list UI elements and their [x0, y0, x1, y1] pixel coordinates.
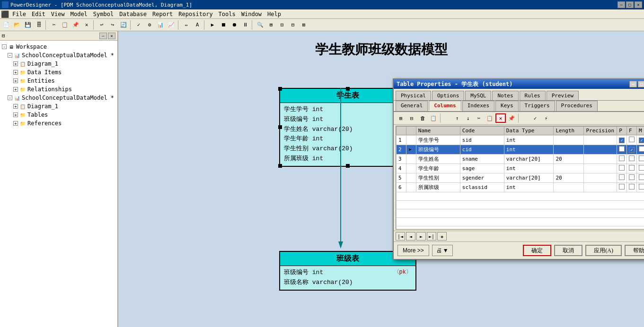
bold-btn[interactable]: A: [192, 20, 203, 30]
btn3[interactable]: 🔄: [118, 20, 129, 30]
expand-school1[interactable]: -: [8, 53, 12, 58]
tree-entities[interactable]: + 📁 Entities: [0, 77, 117, 85]
cancel-button[interactable]: 取消: [554, 245, 582, 256]
maximize-btn[interactable]: □: [626, 1, 634, 8]
btn11[interactable]: ⊟: [288, 20, 298, 30]
grid-row-5[interactable]: 5 学生性别 sgender varchar[20] 20: [397, 173, 644, 183]
canvas-area[interactable]: 学生教师班级数据模型 学生表 学生学号 int 〈pk〉 班级编号 int 〈f…: [118, 31, 644, 327]
expand-relationships[interactable]: +: [13, 87, 18, 92]
tree-relationships[interactable]: + 📁 Relationships: [0, 85, 117, 94]
tree-diagram1[interactable]: + 📋 Diagram_1: [0, 60, 117, 68]
apply-button[interactable]: 应用(A): [585, 245, 622, 256]
menu-file[interactable]: File: [9, 10, 29, 18]
dtb-cut[interactable]: ✂: [474, 113, 484, 123]
panel-close[interactable]: ✕: [108, 33, 115, 39]
expand-workspace[interactable]: -: [2, 44, 7, 49]
menu-model[interactable]: Model: [68, 10, 90, 18]
panel-minimize[interactable]: —: [99, 33, 107, 39]
expand-school2[interactable]: -: [8, 95, 12, 100]
dtb-copy[interactable]: 📋: [485, 113, 495, 123]
tab-physical[interactable]: Physical: [396, 91, 431, 100]
pen-btn[interactable]: ✏: [181, 20, 192, 30]
menu-window[interactable]: Window: [238, 10, 265, 18]
dtb-up[interactable]: ↑: [452, 113, 462, 123]
dtb-down[interactable]: ↓: [463, 113, 473, 123]
tab-options[interactable]: Options: [432, 91, 464, 100]
nav-last[interactable]: ►|: [427, 232, 436, 241]
tab-indexes[interactable]: Indexes: [462, 101, 494, 111]
menu-repository[interactable]: Repository: [176, 10, 215, 18]
btn10[interactable]: ⊡: [277, 20, 287, 30]
grid-row-4[interactable]: 4 学生年龄 sage int: [397, 164, 644, 173]
dialog-maximize[interactable]: □: [638, 81, 644, 87]
menu-view[interactable]: View: [48, 10, 68, 18]
tree-references[interactable]: + 📁 References: [0, 119, 117, 128]
new-btn[interactable]: 📄: [1, 20, 11, 30]
check-btn[interactable]: ✓: [133, 20, 144, 30]
zoom-btn[interactable]: 🔍: [255, 20, 265, 30]
help-button[interactable]: 帮助: [625, 245, 644, 256]
open-btn[interactable]: 📂: [12, 20, 22, 30]
close-btn[interactable]: ✕: [635, 1, 642, 8]
tab-columns[interactable]: Columns: [429, 101, 461, 111]
expand-diagram1b[interactable]: +: [13, 104, 18, 109]
confirm-button[interactable]: 确定: [523, 245, 551, 256]
menu-edit[interactable]: Edit: [29, 10, 48, 18]
tree-diagram1b[interactable]: + 📋 Diagram_1: [0, 102, 117, 111]
tree-tables[interactable]: + 📁 Tables: [0, 111, 117, 119]
hscroll-left[interactable]: ◄: [396, 230, 404, 230]
btn8[interactable]: ⏺: [229, 20, 239, 30]
delete-btn[interactable]: ✕: [81, 20, 92, 30]
tab-keys[interactable]: Keys: [495, 101, 519, 111]
tab-triggers[interactable]: Triggers: [520, 101, 555, 111]
expand-diagram1[interactable]: +: [13, 61, 18, 66]
gen-btn[interactable]: ⚙: [144, 20, 155, 30]
tab-preview[interactable]: Preview: [547, 91, 579, 100]
menu-report[interactable]: Report: [150, 10, 176, 18]
copy-btn[interactable]: 📋: [60, 20, 70, 30]
btn9[interactable]: ⏸: [240, 20, 250, 30]
more-button[interactable]: More >>: [397, 245, 429, 256]
tab-notes[interactable]: Notes: [492, 91, 518, 100]
menu-database[interactable]: Database: [116, 10, 150, 18]
grid-hscrollbar[interactable]: ◄ ►: [396, 229, 644, 230]
grid-row-3[interactable]: 3 学生姓名 sname varchar[20] 20: [397, 155, 644, 164]
nav-first[interactable]: |◄: [396, 232, 405, 241]
expand-references[interactable]: +: [13, 121, 18, 126]
fit-btn[interactable]: ⊞: [266, 20, 276, 30]
nav-add[interactable]: ✚: [437, 232, 447, 241]
grid-row-2[interactable]: 2 ➤ 班级编号 cid int: [397, 145, 644, 155]
nav-next[interactable]: ►: [416, 232, 426, 241]
dtb-insert[interactable]: ⊟: [406, 113, 417, 123]
btn4[interactable]: 📊: [155, 20, 166, 30]
btn7[interactable]: ⏹: [218, 20, 229, 30]
tree-workspace[interactable]: - 🖥 Workspace: [0, 43, 117, 51]
dtb-close-red[interactable]: ✕: [495, 113, 506, 123]
expand-entities[interactable]: +: [13, 78, 18, 83]
dialog-minimize[interactable]: —: [629, 81, 637, 87]
minimize-btn[interactable]: —: [618, 1, 625, 8]
dtb-props[interactable]: 📋: [428, 113, 439, 123]
btn6[interactable]: ▶: [207, 20, 218, 30]
menu-symbol[interactable]: Symbol: [90, 10, 116, 18]
cut-btn[interactable]: ✂: [49, 20, 59, 30]
print-button[interactable]: 🖨 ▼: [432, 245, 453, 256]
dtb-add[interactable]: ⊞: [396, 113, 406, 123]
btn12[interactable]: ⊠: [299, 20, 309, 30]
tab-general[interactable]: General: [396, 101, 428, 111]
expand-dataitems[interactable]: +: [13, 70, 18, 75]
btn5[interactable]: 📈: [166, 20, 176, 30]
nav-prev[interactable]: ◄: [406, 232, 415, 241]
tab-rules[interactable]: Rules: [520, 91, 546, 100]
expand-tables[interactable]: +: [13, 112, 18, 117]
tab-procedures[interactable]: Procedures: [556, 101, 598, 111]
dtb-delete[interactable]: 🗑: [417, 113, 428, 123]
dtb-x2[interactable]: ⚡: [541, 113, 551, 123]
tree-school2[interactable]: - 📊 SchoolConceptualDataModel *: [0, 94, 117, 102]
tree-school1[interactable]: - 📊 SchoolConceptualDataModel *: [0, 51, 117, 60]
tab-mysql[interactable]: MySQL: [465, 91, 491, 100]
grid-row-6[interactable]: 6 所属班级 sclassid int: [397, 183, 644, 192]
dtb-check[interactable]: ✓: [530, 113, 540, 123]
paste-btn[interactable]: 📌: [71, 20, 81, 30]
save-all-btn[interactable]: 🗄: [34, 20, 44, 30]
